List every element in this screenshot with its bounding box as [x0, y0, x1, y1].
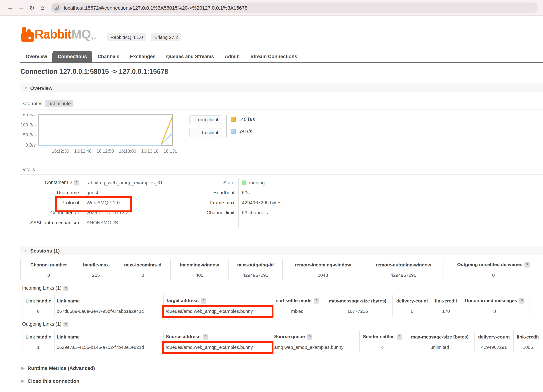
cell-source-address annotation-box-source-address: /queues/amq.web_amqp_examples.bunny	[164, 342, 272, 352]
cell: 0	[115, 270, 171, 280]
incoming-links-row: 0 b67d8689-0a6e-3e47-95df-87abb1e2a41c /…	[22, 306, 529, 316]
incoming-links-table: Link handle Link name Target address? sn…	[22, 295, 529, 316]
forward-icon[interactable]: →	[16, 4, 26, 11]
incoming-links-label: Incoming Links (1)?	[22, 285, 543, 291]
svg-text:0 B/s: 0 B/s	[25, 142, 36, 148]
col-delivery-count: delivery-count	[474, 331, 514, 342]
header: RabbitMQ TM RabbitMQ 4.1.0 Erlang 27.2	[20, 23, 543, 43]
svg-text:100 B/s: 100 B/s	[21, 122, 36, 127]
state-running-icon	[242, 180, 246, 185]
col-remote-incoming-window: remote-incoming-window	[283, 259, 363, 270]
cell: 4294967295	[363, 270, 444, 280]
details-left-table: Container ID? rabbitmq_web_amqp_examples…	[20, 178, 168, 238]
svg-text:16:12:40: 16:12:40	[74, 148, 91, 153]
svg-text:150 B/s: 150 B/s	[21, 114, 36, 117]
detail-label: State	[190, 178, 238, 187]
site-info-icon[interactable]: ⓘ	[52, 3, 61, 12]
reload-icon[interactable]: ↻	[26, 4, 37, 11]
from-client-rate: 140 B/s	[238, 117, 255, 122]
brand-mq: MQ	[71, 27, 91, 41]
help-icon[interactable]: ?	[74, 180, 79, 186]
to-client-swatch-icon	[231, 129, 236, 134]
help-icon[interactable]: ?	[201, 298, 206, 304]
data-rates-row: Data rates last minute	[20, 100, 543, 107]
detail-label: SASL auth mechanism	[20, 218, 83, 227]
svg-text:16:13:20: 16:13:20	[164, 148, 177, 153]
detail-label: Heartbeat	[190, 187, 238, 198]
detail-label: Frame max	[190, 198, 238, 208]
col-snd-settle-mode: snd-settle-mode?	[272, 295, 323, 306]
section-overview-header[interactable]: ▼ Overview	[20, 84, 543, 92]
detail-value: guest	[83, 187, 168, 198]
divider	[20, 174, 543, 175]
home-icon[interactable]: ⌂	[37, 4, 48, 11]
details-label: Details	[20, 167, 543, 172]
tab-overview[interactable]: Overview	[20, 51, 52, 62]
col-source-address: Source address?	[164, 331, 272, 342]
section-close-connection[interactable]: ▶ Close this connection	[20, 378, 543, 384]
col-next-outgoing-id: next-outgoing-id	[228, 259, 283, 270]
page-title: Connection 127.0.0.1:58015 -> 127.0.0.1:…	[20, 68, 543, 76]
detail-spacer	[190, 218, 238, 227]
svg-text:16:13:10: 16:13:10	[141, 148, 158, 153]
legend-divider	[226, 115, 227, 137]
help-icon[interactable]: ?	[397, 334, 402, 340]
help-icon[interactable]: ?	[314, 298, 319, 304]
detail-label: Container ID?	[20, 178, 83, 187]
svg-text:50 B/s: 50 B/s	[23, 132, 36, 137]
col-channel-number: Channel number	[21, 259, 77, 270]
col-link-credit: link-credit	[514, 331, 542, 342]
cell: mixed	[272, 306, 323, 316]
rabbitmq-logo[interactable]: RabbitMQ TM	[20, 26, 96, 43]
col-link-name: Link name	[54, 331, 164, 342]
tab-admin[interactable]: Admin	[219, 51, 245, 62]
outgoing-links-row: 1 0629e7a1-4156-b146-a752-f7b40e1e821d /…	[22, 342, 542, 352]
section-sessions-header[interactable]: ▼ Sessions (1)	[20, 246, 543, 255]
main-nav-tabs: Overview Connections Channels Exchanges …	[20, 51, 543, 63]
section-runtime-metrics[interactable]: ▶ Runtime Metrics (Advanced)	[20, 365, 543, 371]
cell: 400	[171, 270, 228, 280]
cell: 4294967292	[228, 270, 283, 280]
tab-connections[interactable]: Connections	[52, 51, 92, 62]
detail-value: ANONYMOUS	[83, 218, 168, 227]
help-icon[interactable]: ?	[64, 322, 69, 327]
detail-value: running	[238, 178, 317, 187]
col-link-handle: Link handle	[22, 331, 54, 342]
back-icon[interactable]: ←	[5, 4, 16, 11]
tab-exchanges[interactable]: Exchanges	[124, 51, 161, 62]
legend-button-from-client[interactable]: From client	[189, 115, 222, 124]
data-rates-chart: 150 B/s100 B/s50 B/s0 B/s16:12:3016:12:4…	[20, 114, 177, 158]
svg-text:16:12:30: 16:12:30	[52, 148, 69, 153]
help-icon[interactable]: ?	[525, 262, 530, 267]
cell: 4294967291	[474, 342, 514, 352]
url-text[interactable]: localhost:15672/#/connections/127.0.0.1%…	[64, 5, 247, 11]
detail-value: 63 channels	[238, 208, 317, 218]
detail-value: 4294967295 bytes	[238, 198, 317, 208]
col-unconfirmed-messages: Unconfirmed messages?	[460, 295, 529, 306]
address-bar[interactable]: ⓘ localhost:15672/#/connections/127.0.0.…	[51, 2, 538, 13]
detail-label: Connected at	[20, 208, 83, 218]
cell: 0	[460, 306, 529, 316]
col-handle-max: handle-max	[77, 259, 115, 270]
help-icon[interactable]: ?	[203, 334, 208, 340]
page-content: RabbitMQ TM RabbitMQ 4.1.0 Erlang 27.2 O…	[0, 16, 543, 392]
to-client-rate: 59 B/s	[238, 129, 252, 134]
brand-rabbit: Rabbit	[34, 27, 71, 41]
sessions-table: Channel number handle-max next-incoming-…	[20, 259, 543, 280]
collapse-triangle-icon: ▼	[24, 86, 28, 90]
data-rates-mode-badge[interactable]: last minute	[45, 100, 74, 107]
legend-button-to-client[interactable]: To client	[189, 128, 222, 137]
tab-channels[interactable]: Channels	[92, 51, 125, 62]
data-rates-chart-row: 150 B/s100 B/s50 B/s0 B/s16:12:3016:12:4…	[20, 114, 543, 158]
cell-link-name: b67d8689-0a6e-3e47-95df-87abb1e2a41c	[54, 306, 164, 316]
from-client-swatch-icon	[231, 117, 236, 122]
col-max-message-size: max-message-size (bytes)	[405, 331, 474, 342]
tab-stream-connections[interactable]: Stream Connections	[245, 51, 303, 62]
help-icon[interactable]: ?	[519, 298, 525, 304]
incoming-links-header-row: Link handle Link name Target address? sn…	[22, 295, 529, 306]
help-icon[interactable]: ?	[64, 286, 69, 291]
tab-queues-and-streams[interactable]: Queues and Streams	[161, 51, 220, 62]
col-link-name: Link name	[54, 295, 164, 306]
close-connection-label: Close this connection	[28, 378, 79, 384]
help-icon[interactable]: ?	[307, 334, 312, 340]
